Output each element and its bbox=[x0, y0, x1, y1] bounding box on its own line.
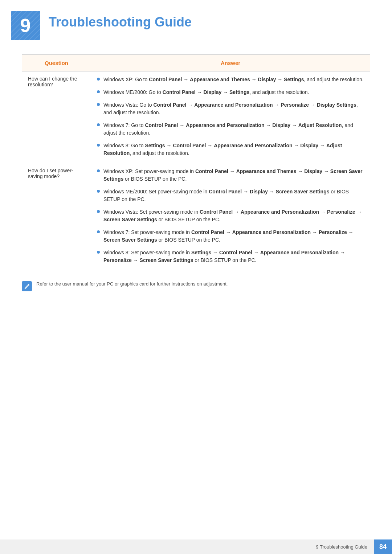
footer-note: Refer to the user manual for your PC or … bbox=[22, 281, 370, 291]
bullet-icon bbox=[97, 144, 100, 147]
bullet-icon bbox=[97, 123, 100, 126]
table-row: How can I change the resolution? Windows… bbox=[22, 71, 370, 163]
bullet-icon bbox=[97, 169, 100, 172]
main-content: Question Answer How can I change the res… bbox=[0, 47, 392, 306]
footer-page-number: 84 bbox=[374, 539, 392, 554]
bullet-icon bbox=[97, 78, 100, 81]
question-power: How do I set power-saving mode? bbox=[22, 163, 91, 270]
bullet-icon bbox=[97, 103, 100, 106]
question-resolution: How can I change the resolution? bbox=[22, 71, 91, 163]
list-item: Windows 8: Set power-saving mode in Sett… bbox=[97, 249, 364, 264]
list-item: Windows 7: Set power-saving mode in Cont… bbox=[97, 229, 364, 244]
list-item: Windows 8: Go to Settings → Control Pane… bbox=[97, 142, 364, 157]
list-item: Windows XP: Set power-saving mode in Con… bbox=[97, 168, 364, 183]
answer-resolution: Windows XP: Go to Control Panel → Appear… bbox=[91, 71, 370, 163]
list-item: Windows Vista: Go to Control Panel → App… bbox=[97, 101, 364, 116]
footer-note-text: Refer to the user manual for your PC or … bbox=[36, 281, 228, 287]
footer-chapter-label: 9 Troubleshooting Guide bbox=[316, 544, 370, 550]
list-item: Windows ME/2000: Go to Control Panel → D… bbox=[97, 89, 364, 96]
troubleshooting-table: Question Answer How can I change the res… bbox=[22, 54, 370, 270]
answer-power: Windows XP: Set power-saving mode in Con… bbox=[91, 163, 370, 270]
bullet-icon bbox=[97, 251, 100, 254]
footer-inner: 9 Troubleshooting Guide 84 bbox=[316, 539, 392, 554]
bullet-icon bbox=[97, 90, 100, 93]
list-item: Windows ME/2000: Set power-saving mode i… bbox=[97, 188, 364, 203]
list-item: Windows Vista: Set power-saving mode in … bbox=[97, 208, 364, 223]
pencil-icon bbox=[24, 283, 30, 290]
note-icon bbox=[22, 281, 32, 291]
bullet-icon bbox=[97, 230, 100, 233]
list-item: Windows 7: Go to Control Panel → Appeara… bbox=[97, 122, 364, 137]
list-item: Windows XP: Go to Control Panel → Appear… bbox=[97, 76, 364, 83]
table-header-question: Question bbox=[22, 55, 91, 71]
bullet-icon bbox=[97, 210, 100, 213]
table-header-answer: Answer bbox=[91, 55, 370, 71]
page-title: Troubleshooting Guide bbox=[49, 11, 192, 30]
table-row: How do I set power-saving mode? Windows … bbox=[22, 163, 370, 270]
page-footer: 9 Troubleshooting Guide 84 bbox=[0, 539, 392, 554]
chapter-number: 9 bbox=[11, 11, 40, 40]
page-header: 9 Troubleshooting Guide bbox=[0, 0, 392, 47]
bullet-icon bbox=[97, 190, 100, 193]
